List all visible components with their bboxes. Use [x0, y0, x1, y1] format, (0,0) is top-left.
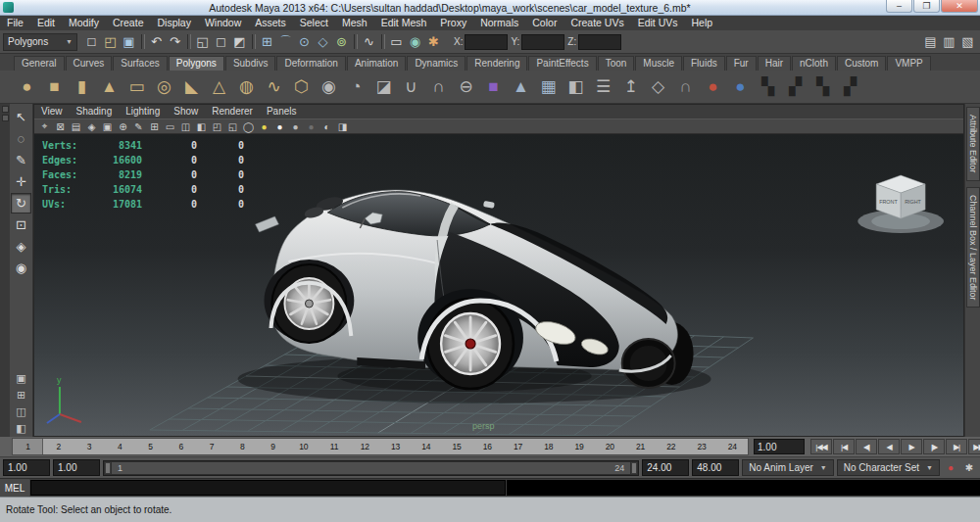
shelf-tab[interactable]: PaintEffects: [528, 56, 596, 71]
snap-to-point-button[interactable]: ⊙: [295, 32, 314, 52]
shelf-tab[interactable]: Rendering: [466, 56, 527, 71]
shelf-extrude[interactable]: ↥: [617, 73, 644, 101]
layout-two-pane-button[interactable]: ◫: [11, 403, 31, 419]
viewport-3d-canvas[interactable]: y persp FRONT RIGHT: [34, 134, 963, 436]
shelf-tab[interactable]: Toon: [598, 56, 635, 71]
shelf-bevel[interactable]: ◇: [645, 73, 671, 101]
coord-input[interactable]: [578, 34, 621, 50]
frame-tick[interactable]: 7: [197, 439, 227, 454]
shelf-mirror-geometry[interactable]: ◧: [563, 73, 589, 101]
lock-camera-icon[interactable]: ⊠: [53, 119, 68, 133]
viewport-menu-item[interactable]: View: [34, 105, 70, 119]
grid-toggle-icon[interactable]: ⊞: [147, 119, 162, 133]
xray-mode-icon[interactable]: ◐: [319, 119, 334, 133]
car-model[interactable]: [256, 190, 694, 389]
snap-to-grid-button[interactable]: ⊞: [258, 32, 276, 52]
frame-tick[interactable]: 15: [442, 439, 472, 454]
resolution-gate-icon[interactable]: ◫: [178, 119, 193, 133]
isolate-select-icon[interactable]: ◨: [335, 119, 350, 133]
go-to-end-button[interactable]: ▶▶|: [968, 439, 980, 454]
shelf-tab[interactable]: Fur: [726, 56, 757, 71]
show-tool-settings-toggle[interactable]: ▥: [940, 32, 958, 52]
range-slider[interactable]: 1 24: [103, 460, 639, 476]
menu-item[interactable]: Edit: [30, 16, 62, 30]
redo-button[interactable]: ↷: [166, 32, 184, 52]
make-live-button[interactable]: ⊚: [332, 32, 351, 52]
shelf-poly-plane[interactable]: ▭: [123, 73, 150, 101]
menu-item[interactable]: Normals: [473, 16, 525, 30]
frame-tick[interactable]: 11: [319, 439, 350, 454]
frame-tick[interactable]: 23: [687, 439, 717, 454]
layout-persp-outliner-button[interactable]: ◧: [11, 420, 31, 436]
frame-tick[interactable]: 17: [503, 439, 533, 454]
minimize-button[interactable]: –: [886, 0, 912, 13]
menu-item[interactable]: Edit Mesh: [374, 16, 434, 30]
play-backwards-button[interactable]: ◀: [878, 439, 900, 454]
lasso-select-tool[interactable]: ◌: [11, 128, 31, 149]
coord-input[interactable]: [465, 34, 508, 50]
animation-preferences-button[interactable]: ✱: [961, 460, 977, 476]
group-divider[interactable]: [351, 32, 360, 52]
menu-item[interactable]: Help: [685, 16, 720, 30]
group-divider[interactable]: [378, 32, 387, 52]
shelf-tab[interactable]: Polygons: [169, 56, 224, 71]
snap-to-curve-button[interactable]: ⌒: [276, 32, 295, 52]
frame-tick[interactable]: 9: [258, 439, 288, 454]
shelf-tab[interactable]: General: [14, 56, 65, 71]
shelf-triangulate[interactable]: ▲: [508, 73, 534, 101]
shelf-tab[interactable]: Curves: [66, 56, 113, 71]
shelf-blue-sphere[interactable]: ●: [727, 73, 754, 101]
viewport-menu-item[interactable]: Show: [167, 105, 205, 119]
frame-tick[interactable]: 18: [533, 439, 564, 454]
group-divider[interactable]: [138, 32, 147, 52]
shelf-tab[interactable]: Animation: [347, 56, 406, 71]
menu-item[interactable]: Mesh: [335, 16, 374, 30]
playback-end-field[interactable]: [642, 459, 689, 476]
wireframe-mode-icon[interactable]: ◯: [241, 119, 256, 133]
shelf-tab[interactable]: Surfaces: [113, 56, 167, 71]
frame-tick[interactable]: 1: [13, 439, 43, 454]
frame-tick[interactable]: 14: [411, 439, 441, 454]
maximize-button[interactable]: ❐: [913, 0, 940, 13]
shadows-icon[interactable]: ●: [304, 119, 318, 133]
film-gate-icon[interactable]: ▭: [163, 119, 177, 133]
shelf-red-sphere[interactable]: ●: [700, 73, 726, 101]
select-by-object-button[interactable]: ◻: [212, 32, 230, 52]
smooth-shade-mode-icon[interactable]: ●: [257, 119, 271, 133]
camera-attributes-icon[interactable]: ▤: [69, 119, 83, 133]
open-scene-button[interactable]: ◰: [101, 32, 120, 52]
shelf-poly-pyramid[interactable]: △: [206, 73, 232, 101]
rotate-tool[interactable]: ↻: [11, 193, 31, 214]
frame-tick[interactable]: 22: [656, 439, 686, 454]
show-channel-box-toggle[interactable]: ▧: [958, 32, 977, 52]
shelf-boolean[interactable]: ⊖: [453, 73, 479, 101]
range-handle-left[interactable]: [105, 462, 111, 474]
layout-four-pane-button[interactable]: ⊞: [11, 387, 31, 403]
shelf-tab[interactable]: Dynamics: [407, 56, 466, 71]
textured-mode-icon[interactable]: ●: [272, 119, 287, 133]
frame-tick[interactable]: 3: [74, 439, 105, 454]
menu-set-dropdown[interactable]: Polygons ▼: [3, 33, 77, 51]
shelf-sculpt-tool[interactable]: ◉: [316, 73, 342, 101]
shelf-separate[interactable]: ∩: [425, 73, 452, 101]
undo-button[interactable]: ↶: [147, 32, 166, 52]
close-button[interactable]: ✕: [941, 0, 978, 13]
frame-tick[interactable]: 19: [564, 439, 595, 454]
current-time-field[interactable]: [754, 439, 805, 454]
menu-item[interactable]: Select: [293, 16, 335, 30]
shelf-poly-torus[interactable]: ◎: [151, 73, 177, 101]
menu-item[interactable]: Edit UVs: [631, 16, 685, 30]
shelf-poly-sphere[interactable]: ●: [14, 73, 40, 101]
viewport-menu-item[interactable]: Renderer: [205, 105, 260, 119]
select-by-component-button[interactable]: ◩: [230, 32, 249, 52]
shelf-tab[interactable]: VMPP: [887, 56, 930, 71]
shelf-poly-soccer-ball[interactable]: ⬡: [288, 73, 315, 101]
gate-mask-icon[interactable]: ◧: [194, 119, 209, 133]
shelf-combine[interactable]: ∪: [398, 73, 424, 101]
animation-end-field[interactable]: [692, 459, 739, 476]
step-back-frame-button[interactable]: |◀: [833, 439, 855, 454]
time-slider[interactable]: 123456789101112131415161718192021222324: [12, 438, 749, 455]
playback-range-bar[interactable]: 1 24: [112, 462, 630, 474]
frame-tick[interactable]: 2: [43, 439, 74, 454]
shelf-uv-checker-3[interactable]: ▚: [809, 73, 836, 101]
